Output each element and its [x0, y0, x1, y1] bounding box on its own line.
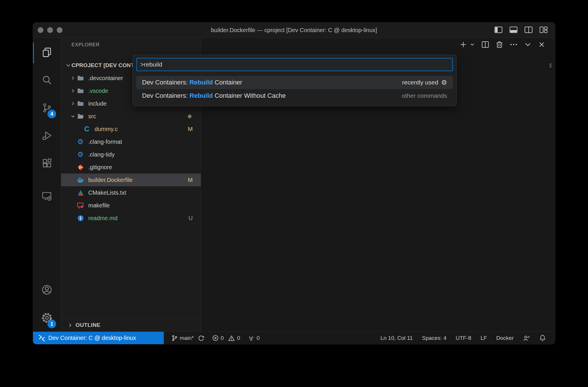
- split-terminal-icon[interactable]: [482, 41, 489, 48]
- notifications-bell-icon[interactable]: [539, 334, 546, 342]
- cursor-position[interactable]: Ln 10, Col 11: [381, 335, 413, 341]
- file-row-cmakelists[interactable]: CMakeLists.txt: [61, 186, 201, 199]
- command-palette-input[interactable]: [136, 58, 453, 71]
- toggle-secondary-sidebar-icon[interactable]: [525, 27, 532, 33]
- file-row-makefile[interactable]: makefile: [61, 199, 201, 212]
- active-indicator: [33, 43, 34, 63]
- gear-file-icon: ⚙: [77, 151, 84, 158]
- more-actions-icon[interactable]: [510, 43, 517, 46]
- file-row-gitignore[interactable]: .gitignore: [61, 161, 201, 174]
- ports-status[interactable]: 0: [248, 335, 260, 342]
- gear-file-icon: ⚙: [77, 138, 84, 145]
- toggle-panel-icon[interactable]: [510, 27, 517, 33]
- folder-label: include: [88, 100, 106, 107]
- eol-setting[interactable]: LF: [481, 335, 487, 341]
- hide-panel-chevron-icon[interactable]: [524, 42, 531, 47]
- panel-toolbar: [460, 41, 545, 48]
- branch-label: main*: [180, 335, 194, 341]
- remote-explorer-icon: [41, 190, 52, 202]
- ports-radio-tower-icon: [248, 335, 255, 342]
- scrollbar-thumb[interactable]: [550, 63, 552, 68]
- chevron-down-icon: [65, 63, 71, 68]
- git-file-icon: [77, 164, 84, 171]
- info-file-icon: [77, 215, 84, 222]
- file-row-builder-dockerfile[interactable]: builder.Dockerfile M: [61, 174, 201, 186]
- sidebar-item-explorer[interactable]: [33, 40, 61, 66]
- folder-row-src[interactable]: src: [61, 110, 201, 123]
- folder-open-icon: [77, 113, 84, 119]
- result-meta-label: recently used: [402, 79, 438, 86]
- screen: builder.Dockerfile — cproject [Dev Conta…: [0, 0, 588, 387]
- kill-terminal-trash-icon[interactable]: [496, 41, 503, 48]
- file-row-readme[interactable]: readme.md U: [61, 212, 201, 224]
- errors-count: 0: [221, 335, 224, 341]
- window-title: builder.Dockerfile — cproject [Dev Conta…: [211, 27, 377, 34]
- sidebar-item-source-control[interactable]: 4: [33, 95, 61, 122]
- file-label: builder.Dockerfile: [88, 177, 133, 183]
- outline-section-header[interactable]: OUTLINE: [61, 318, 201, 331]
- new-terminal-icon[interactable]: [460, 41, 467, 48]
- traffic-lights: [38, 27, 63, 33]
- sidebar-item-search[interactable]: [33, 67, 61, 94]
- sidebar-item-extensions[interactable]: [33, 151, 61, 177]
- file-row-clang-format[interactable]: ⚙ .clang-format: [61, 135, 201, 148]
- warnings-icon: [228, 335, 235, 341]
- palette-result-rebuild-without-cache[interactable]: Dev Containers: Rebuild Container Withou…: [136, 89, 453, 102]
- palette-result-rebuild-container[interactable]: Dev Containers: Rebuild Container recent…: [136, 76, 453, 89]
- sync-icon[interactable]: [198, 335, 205, 342]
- indentation-setting[interactable]: Spaces: 4: [422, 335, 446, 341]
- terminal-dropdown-icon[interactable]: [470, 42, 475, 47]
- cmake-file-icon: [77, 189, 84, 196]
- outline-label: OUTLINE: [76, 322, 100, 328]
- accounts-button[interactable]: [33, 277, 61, 304]
- folder-label: .devcontainer: [88, 75, 123, 82]
- account-icon: [41, 284, 53, 297]
- git-modified-dot: [188, 115, 192, 118]
- customize-layout-icon[interactable]: [540, 27, 547, 33]
- result-meta-label: other commands: [402, 92, 447, 99]
- zoom-window-button[interactable]: [57, 27, 63, 33]
- encoding-setting[interactable]: UTF-8: [456, 335, 471, 341]
- file-row-clang-tidy[interactable]: ⚙ .clang-tidy: [61, 148, 201, 161]
- sidebar-item-run-debug[interactable]: [33, 123, 61, 150]
- file-label: .clang-tidy: [88, 151, 115, 158]
- toggle-primary-sidebar-icon[interactable]: [495, 27, 502, 33]
- manage-badge: 1: [47, 320, 56, 328]
- extensions-icon: [41, 158, 52, 170]
- folder-label: .vscode: [88, 88, 108, 94]
- chevron-right-icon: [70, 89, 76, 93]
- explorer-icon: [41, 47, 52, 59]
- git-status-badge: U: [189, 212, 193, 224]
- file-row-dummy-c[interactable]: C dummy.c M: [61, 123, 201, 135]
- docker-file-icon: [77, 177, 84, 183]
- sidebar-item-remote-explorer[interactable]: [33, 183, 61, 210]
- language-mode[interactable]: Docker: [496, 335, 514, 341]
- file-label: CMakeLists.txt: [88, 189, 126, 196]
- remote-label: Dev Container: C @ desktop-linux: [48, 335, 136, 341]
- feedback-person-icon[interactable]: [523, 335, 530, 342]
- activity-bar: 4: [33, 38, 61, 331]
- remote-indicator[interactable]: Dev Container: C @ desktop-linux: [33, 332, 164, 344]
- git-branch-status[interactable]: main*: [171, 335, 205, 342]
- file-label: .clang-format: [88, 139, 122, 145]
- file-label: .gitignore: [88, 164, 112, 171]
- chevron-right-icon: [70, 101, 76, 106]
- chevron-right-icon: [67, 323, 73, 328]
- minimize-window-button[interactable]: [47, 27, 53, 33]
- chevron-down-icon: [70, 114, 76, 119]
- result-text: Dev Containers: Rebuild Container Withou…: [142, 92, 286, 99]
- git-status-badge: M: [188, 123, 193, 135]
- close-panel-icon[interactable]: [538, 41, 545, 48]
- manage-button[interactable]: 1: [33, 305, 61, 332]
- folder-icon: [77, 101, 84, 106]
- command-palette: Dev Containers: Rebuild Container recent…: [133, 55, 457, 106]
- folder-icon: [77, 75, 84, 81]
- folder-icon: [77, 88, 84, 94]
- ports-count: 0: [257, 335, 260, 341]
- file-label: makefile: [88, 202, 110, 209]
- configure-keybinding-gear-icon[interactable]: ⚙: [441, 79, 447, 86]
- problems-status[interactable]: 0 0: [212, 335, 240, 341]
- close-window-button[interactable]: [38, 27, 43, 33]
- makefile-icon: [77, 202, 84, 209]
- command-palette-results: Dev Containers: Rebuild Container recent…: [136, 76, 453, 102]
